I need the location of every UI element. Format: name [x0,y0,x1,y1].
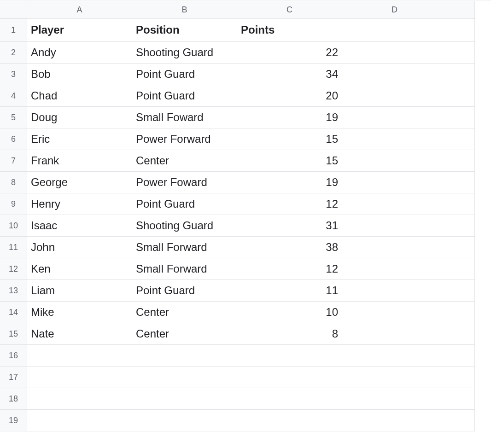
cell-D12[interactable] [342,258,447,280]
cell-E6[interactable] [447,128,475,150]
column-header-D[interactable]: D [342,1,447,18]
cell-C10[interactable]: 31 [237,215,342,237]
row-header-3[interactable]: 3 [0,64,27,85]
cell-A17[interactable] [27,367,132,388]
row-header-19[interactable]: 19 [0,410,27,431]
cell-A3[interactable]: Bob [27,64,132,85]
cell-D2[interactable] [342,42,447,64]
cell-B19[interactable] [132,410,237,431]
cell-B14[interactable]: Center [132,302,237,323]
cell-E16[interactable] [447,345,475,367]
cell-A14[interactable]: Mike [27,302,132,323]
cell-A18[interactable] [27,388,132,410]
cell-D19[interactable] [342,410,447,431]
cell-B3[interactable]: Point Guard [132,64,237,85]
cell-C6[interactable]: 15 [237,128,342,150]
row-header-17[interactable]: 17 [0,367,27,388]
cell-A4[interactable]: Chad [27,85,132,107]
cell-E18[interactable] [447,388,475,410]
cell-E11[interactable] [447,237,475,258]
spreadsheet-viewport[interactable]: A B C D 1 Player Position Points 2 Andy … [0,0,491,447]
row-header-12[interactable]: 12 [0,258,27,280]
cell-E8[interactable] [447,172,475,193]
cell-C2[interactable]: 22 [237,42,342,64]
cell-B17[interactable] [132,367,237,388]
cell-C16[interactable] [237,345,342,367]
row-header-9[interactable]: 9 [0,193,27,215]
cell-B13[interactable]: Point Guard [132,280,237,302]
column-header-E-partial[interactable] [447,1,475,18]
select-all-corner[interactable] [0,1,27,18]
cell-C15[interactable]: 8 [237,323,342,345]
cell-A11[interactable]: John [27,237,132,258]
cell-C19[interactable] [237,410,342,431]
cell-B9[interactable]: Point Guard [132,193,237,215]
column-header-A[interactable]: A [27,1,132,18]
cell-A9[interactable]: Henry [27,193,132,215]
cell-C5[interactable]: 19 [237,107,342,128]
cell-C17[interactable] [237,367,342,388]
cell-C12[interactable]: 12 [237,258,342,280]
cell-B16[interactable] [132,345,237,367]
cell-A19[interactable] [27,410,132,431]
cell-B15[interactable]: Center [132,323,237,345]
cell-E3[interactable] [447,64,475,85]
cell-C1[interactable]: Points [237,18,342,42]
cell-B1[interactable]: Position [132,18,237,42]
cell-B8[interactable]: Power Foward [132,172,237,193]
cell-E13[interactable] [447,280,475,302]
cell-A5[interactable]: Doug [27,107,132,128]
cell-E10[interactable] [447,215,475,237]
cell-D1[interactable] [342,18,447,42]
cell-C9[interactable]: 12 [237,193,342,215]
cell-A6[interactable]: Eric [27,128,132,150]
cell-D10[interactable] [342,215,447,237]
cell-B10[interactable]: Shooting Guard [132,215,237,237]
cell-A13[interactable]: Liam [27,280,132,302]
row-header-5[interactable]: 5 [0,107,27,128]
cell-D15[interactable] [342,323,447,345]
cell-E12[interactable] [447,258,475,280]
cell-E4[interactable] [447,85,475,107]
cell-E17[interactable] [447,367,475,388]
cell-E15[interactable] [447,323,475,345]
cell-D13[interactable] [342,280,447,302]
column-header-C[interactable]: C [237,1,342,18]
spreadsheet-grid[interactable]: A B C D 1 Player Position Points 2 Andy … [0,1,475,431]
cell-D6[interactable] [342,128,447,150]
cell-B18[interactable] [132,388,237,410]
cell-E5[interactable] [447,107,475,128]
cell-D4[interactable] [342,85,447,107]
cell-D18[interactable] [342,388,447,410]
cell-A10[interactable]: Isaac [27,215,132,237]
cell-E9[interactable] [447,193,475,215]
cell-C14[interactable]: 10 [237,302,342,323]
cell-D3[interactable] [342,64,447,85]
row-header-15[interactable]: 15 [0,323,27,345]
cell-D7[interactable] [342,150,447,172]
cell-A15[interactable]: Nate [27,323,132,345]
row-header-2[interactable]: 2 [0,42,27,64]
cell-A2[interactable]: Andy [27,42,132,64]
row-header-14[interactable]: 14 [0,302,27,323]
cell-A1[interactable]: Player [27,18,132,42]
cell-B11[interactable]: Small Forward [132,237,237,258]
cell-D14[interactable] [342,302,447,323]
cell-C7[interactable]: 15 [237,150,342,172]
cell-C8[interactable]: 19 [237,172,342,193]
cell-B2[interactable]: Shooting Guard [132,42,237,64]
cell-C13[interactable]: 11 [237,280,342,302]
row-header-4[interactable]: 4 [0,85,27,107]
cell-D11[interactable] [342,237,447,258]
row-header-7[interactable]: 7 [0,150,27,172]
row-header-11[interactable]: 11 [0,237,27,258]
cell-D8[interactable] [342,172,447,193]
cell-E19[interactable] [447,410,475,431]
cell-D5[interactable] [342,107,447,128]
cell-B7[interactable]: Center [132,150,237,172]
cell-C11[interactable]: 38 [237,237,342,258]
row-header-13[interactable]: 13 [0,280,27,302]
cell-A8[interactable]: George [27,172,132,193]
row-header-1[interactable]: 1 [0,18,27,42]
cell-B5[interactable]: Small Foward [132,107,237,128]
